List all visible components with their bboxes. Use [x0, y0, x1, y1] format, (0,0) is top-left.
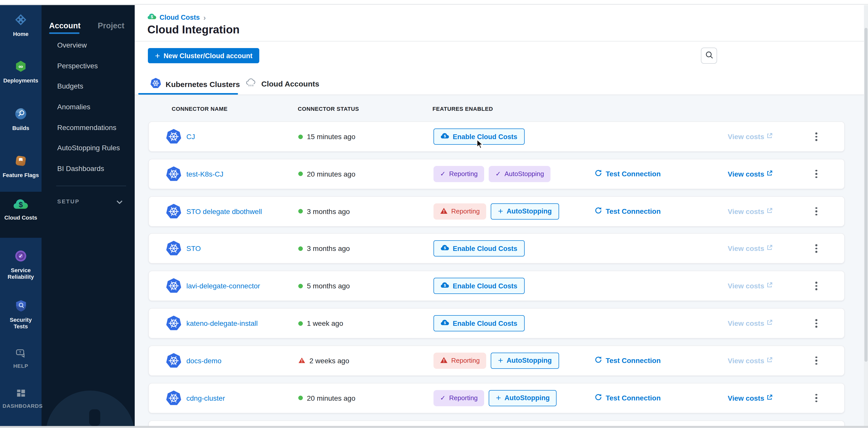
connector-name-link[interactable]: STO delegate dbothwell: [186, 207, 262, 215]
clusters-table: CONNECTOR NAME CONNECTOR STATUS FEATURES…: [135, 95, 864, 428]
check-icon: ✓: [496, 170, 501, 178]
reporting-status-badge: Reporting: [433, 203, 487, 219]
row-menu-button[interactable]: [812, 391, 820, 405]
view-costs-link[interactable]: View costs: [728, 394, 773, 402]
add-autostopping-button[interactable]: +AutoStopping: [491, 353, 559, 369]
sidebar-item-help[interactable]: ? HELP: [0, 349, 41, 369]
row-menu-button[interactable]: [812, 316, 820, 331]
nav-item-autostopping-rules[interactable]: AutoStopping Rules: [57, 144, 120, 152]
row-menu-button[interactable]: [812, 167, 820, 181]
features-cell: $Enable Cloud Costs: [433, 129, 524, 145]
setup-section-toggle[interactable]: SETUP: [57, 197, 123, 206]
search-button[interactable]: [701, 47, 717, 64]
enable-cloud-costs-button[interactable]: $Enable Cloud Costs: [433, 129, 524, 145]
connector-name-link[interactable]: test-K8s-CJ: [186, 170, 223, 178]
svg-text:$: $: [444, 283, 446, 288]
sidebar-item-label: Builds: [3, 125, 39, 132]
add-autostopping-button[interactable]: +AutoStopping: [489, 390, 557, 406]
sidebar-item-dashboards[interactable]: DASHBOARDS: [0, 389, 41, 409]
sidebar-item-builds[interactable]: Builds: [0, 107, 41, 132]
warning-icon: [440, 357, 448, 365]
row-menu-button[interactable]: [812, 130, 820, 144]
view-costs-link[interactable]: View costs: [728, 282, 773, 290]
check-icon: ✓: [440, 394, 446, 402]
svg-text:$: $: [444, 134, 446, 138]
table-row: STO delegate dbothwell3 months agoReport…: [148, 196, 845, 226]
view-costs-link[interactable]: View costs: [728, 319, 773, 327]
sidebar-item-feature-flags[interactable]: Feature Flags: [0, 154, 41, 178]
new-button-label: New Cluster/Cloud account: [163, 52, 252, 60]
connector-name-link[interactable]: docs-demo: [186, 357, 222, 365]
tab-cloud-accounts[interactable]: Cloud Accounts: [245, 78, 319, 90]
refresh-icon: [594, 169, 602, 179]
nav-item-budgets[interactable]: Budgets: [57, 82, 83, 90]
view-costs-link[interactable]: View costs: [728, 244, 773, 253]
nav-item-perspectives[interactable]: Perspectives: [57, 62, 98, 70]
status-warning-icon: [298, 356, 305, 365]
svg-text:$: $: [151, 14, 153, 19]
features-cell: Reporting+AutoStopping: [433, 203, 559, 219]
nav-item-bi-dashboards[interactable]: BI Dashboards: [57, 164, 104, 172]
sidebar-item-label: HELP: [3, 363, 39, 369]
connector-name-link[interactable]: cdng-cluster: [186, 394, 225, 402]
test-connection-link[interactable]: Test Connection: [594, 356, 661, 365]
breadcrumb-cloud-costs[interactable]: Cloud Costs: [159, 13, 200, 21]
svg-text:$: $: [444, 321, 446, 325]
add-autostopping-button[interactable]: +AutoStopping: [491, 203, 559, 219]
external-link-icon: [766, 394, 773, 402]
test-connection-link[interactable]: Test Connection: [594, 393, 661, 403]
new-cluster-cloud-account-button[interactable]: + New Cluster/Cloud account: [148, 48, 259, 63]
sidebar-item-service-reliability[interactable]: ✓ Service Reliability: [0, 250, 41, 280]
plus-icon: +: [498, 356, 503, 365]
breadcrumb-separator: ›: [203, 13, 206, 22]
test-connection-link[interactable]: Test Connection: [594, 169, 661, 179]
sidebar-item-cloud-costs[interactable]: $ Cloud Costs: [0, 192, 41, 238]
connector-name-link[interactable]: STO: [186, 244, 201, 253]
connector-tabs: Kubernetes Clusters Cloud Accounts: [135, 70, 864, 95]
refresh-icon: [594, 393, 602, 403]
status-ok-dot: [298, 134, 303, 139]
tab-kubernetes-clusters[interactable]: Kubernetes Clusters: [150, 78, 240, 91]
nav-item-overview[interactable]: Overview: [57, 41, 87, 49]
cloud-dollar-icon: $: [441, 319, 449, 327]
autostopping-status-badge: ✓AutoStopping: [489, 166, 551, 182]
connector-name-link[interactable]: CJ: [186, 133, 195, 141]
sidebar-item-security-tests[interactable]: Security Tests: [0, 299, 41, 330]
view-costs-link[interactable]: View costs: [728, 357, 773, 365]
tab-label: Kubernetes Clusters: [165, 80, 240, 89]
cloud-icon: [245, 78, 257, 90]
breadcrumb[interactable]: $ Cloud Costs ›: [147, 13, 206, 22]
view-costs-link[interactable]: View costs: [728, 133, 773, 141]
nav-item-anomalies[interactable]: Anomalies: [57, 103, 90, 111]
table-row: docs-demo2 weeks agoReporting+AutoStoppi…: [148, 345, 845, 376]
row-menu-button[interactable]: [812, 353, 820, 368]
connector-name-link[interactable]: kateno-delegate-install: [186, 319, 258, 327]
nav-item-recommendations[interactable]: Recommendations: [57, 124, 116, 132]
main-content: $ Cloud Costs › Cloud Integration + New …: [135, 5, 864, 428]
enable-cloud-costs-button[interactable]: $Enable Cloud Costs: [433, 240, 524, 257]
nav-divider: [56, 186, 126, 186]
scope-tab-account[interactable]: Account: [49, 21, 81, 30]
reporting-status-badge: Reporting: [433, 353, 487, 369]
kubernetes-icon: [166, 166, 181, 182]
test-connection-link[interactable]: Test Connection: [594, 206, 661, 216]
row-menu-button[interactable]: [812, 241, 820, 256]
view-costs-link[interactable]: View costs: [728, 207, 773, 215]
view-costs-link[interactable]: View costs: [728, 170, 773, 178]
builds-icon: [14, 107, 27, 123]
sidebar-item-home[interactable]: Home: [0, 13, 41, 37]
scope-tab-project[interactable]: Project: [98, 21, 124, 30]
connector-name-link[interactable]: lavi-delegate-connector: [186, 282, 260, 290]
enable-cloud-costs-button[interactable]: $Enable Cloud Costs: [433, 278, 524, 294]
connector-status: 2 weeks ago: [298, 356, 349, 365]
vertical-scrollbar[interactable]: [864, 5, 868, 426]
row-menu-button[interactable]: [812, 279, 820, 293]
enable-cloud-costs-button[interactable]: $Enable Cloud Costs: [433, 315, 524, 331]
horizontal-scrollbar[interactable]: [0, 426, 868, 428]
row-menu-button[interactable]: [812, 204, 820, 219]
kubernetes-icon: [166, 204, 181, 219]
cloud-dollar-icon: $: [441, 282, 449, 290]
external-link-icon: [766, 244, 773, 253]
vertical-scrollbar-thumb[interactable]: [864, 28, 867, 362]
sidebar-item-deployments[interactable]: ∞ Deployments: [0, 60, 41, 84]
